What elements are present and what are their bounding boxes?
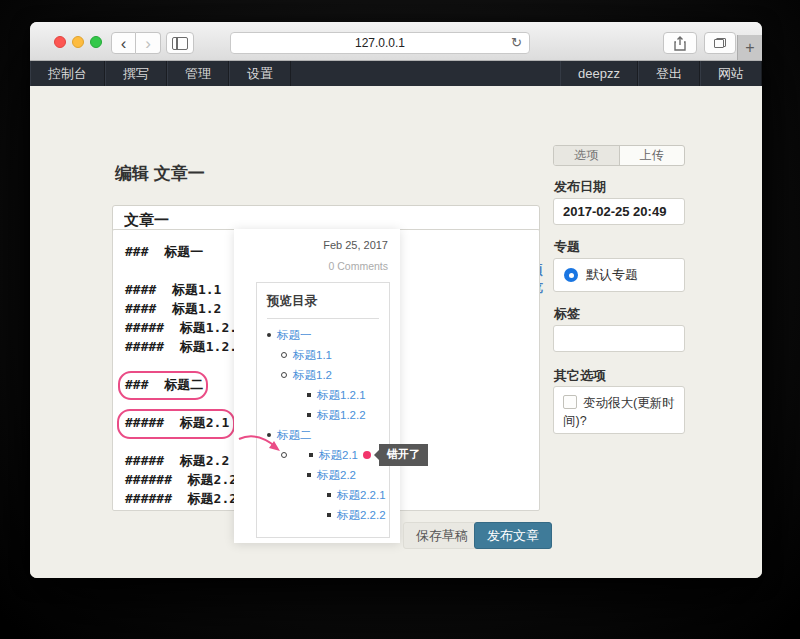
preview-comments-count: 0 Comments [246,260,388,272]
square-bullet-icon [307,413,311,417]
square-bullet-icon [307,393,311,397]
disc-bullet-icon [267,333,271,337]
preview-date: Feb 25, 2017 [246,239,388,251]
toc-item: 标题2.2.2 [267,505,389,525]
square-bullet-icon [327,493,331,497]
other-options-box: 变动很大(更新时间)? [553,386,685,434]
toc-link[interactable]: 标题2.2.1 [337,488,386,503]
publish-date-label: 发布日期 [554,178,606,196]
annotation-tooltip: 错开了 [379,444,428,466]
history-nav-group: ‹ › [111,32,161,54]
show-tabs-button[interactable] [704,32,736,54]
toc-link[interactable]: 标题1.2.2 [317,408,366,423]
tab-upload[interactable]: 上传 [620,146,685,165]
navbar-left-group: 控制台撰写管理设置 [30,61,291,86]
nav-item-left-1[interactable]: 撰写 [105,61,167,86]
toc-divider [267,318,379,319]
toc-link[interactable]: 标题2.2.2 [337,508,386,523]
save-draft-button[interactable]: 保存草稿 [403,522,481,549]
annotation-circle-heading2-1 [117,409,235,439]
address-bar-url: 127.0.0.1 [355,36,405,50]
circle-bullet-icon [281,372,287,378]
share-button[interactable] [663,32,697,54]
error-dot [363,451,371,459]
zoom-window-button[interactable] [90,36,102,48]
toc-list: 标题一标题1.1标题1.2标题1.2.1标题1.2.2标题二标题2.1错开了标题… [267,325,389,525]
sidebar-toggle-button[interactable] [166,32,194,54]
annotation-arrow [236,432,286,458]
toc-link[interactable]: 标题1.1 [293,348,332,363]
topic-option-label: 默认专题 [586,266,638,284]
toc-link[interactable]: 标题1.2.1 [317,388,366,403]
topic-radio-selected[interactable] [564,268,578,282]
publish-date-input[interactable] [553,198,685,225]
admin-page: 编辑 文章一 https://deepzz.com/post/article1.… [30,86,762,578]
tags-input[interactable] [553,325,685,352]
site-navbar: 控制台撰写管理设置 deepzz登出网站 [30,61,762,86]
toc-item: 标题一 [267,325,389,345]
browser-titlebar: ‹ › 127.0.0.1 ↻ + [30,22,762,61]
nav-item-left-3[interactable]: 设置 [229,61,291,86]
toc-title: 预览目录 [267,293,389,310]
toc-item: 标题1.1 [267,345,389,365]
nav-item-left-2[interactable]: 管理 [167,61,229,86]
circle-bullet-icon [281,352,287,358]
sidebar-tabs: 选项 上传 [553,145,685,166]
address-bar[interactable]: 127.0.0.1 ↻ [230,32,530,54]
toc-link[interactable]: 标题1.2 [293,368,332,383]
toc-item: 标题2.2 [267,465,389,485]
nav-item-right-0[interactable]: deepzz [560,61,638,86]
toc-link[interactable]: 标题一 [277,328,312,343]
refresh-icon[interactable]: ↻ [511,35,522,50]
toc-item: 标题1.2.2 [267,405,389,425]
tags-label: 标签 [554,305,580,323]
toc-item: 标题1.2.1 [267,385,389,405]
toc-item: 标题2.2.1 [267,485,389,505]
other-options-label: 其它选项 [554,367,606,385]
forward-button[interactable]: › [136,32,161,54]
topic-option-box: 默认专题 [553,258,685,292]
major-change-label: 变动很大(更新时间)? [563,396,675,428]
tabs-overview-icon [714,38,726,48]
close-window-button[interactable] [54,36,66,48]
topic-label: 专题 [554,238,580,256]
toc-link[interactable]: 标题2.2 [317,468,356,483]
navbar-right-group: deepzz登出网站 [560,61,762,86]
annotation-circle-heading2 [118,371,208,400]
browser-window: ‹ › 127.0.0.1 ↻ + 控制台撰写管理设置 deepzz登出网站 编… [30,22,762,578]
toc-item: 标题1.2 [267,365,389,385]
tab-options[interactable]: 选项 [554,146,620,165]
plus-icon: + [745,39,754,57]
square-bullet-icon [307,473,311,477]
minimize-window-button[interactable] [72,36,84,48]
preview-popup: Feb 25, 2017 0 Comments 预览目录 标题一标题1.1标题1… [234,229,400,543]
major-change-checkbox[interactable] [563,395,577,409]
publish-button[interactable]: 发布文章 [474,522,552,549]
square-bullet-icon [309,453,313,457]
nav-item-right-2[interactable]: 网站 [700,61,762,86]
toc-link[interactable]: 标题2.1 [319,448,358,463]
page-title: 编辑 文章一 [115,162,205,185]
nav-item-left-0[interactable]: 控制台 [30,61,105,86]
square-bullet-icon [327,513,331,517]
new-tab-button[interactable]: + [737,35,762,60]
share-icon [674,36,686,51]
preview-toc-box: 预览目录 标题一标题1.1标题1.2标题1.2.1标题1.2.2标题二标题2.1… [256,282,390,538]
window-controls [54,36,102,48]
back-button[interactable]: ‹ [111,32,136,54]
sidebar-icon [172,37,188,50]
nav-item-right-1[interactable]: 登出 [638,61,700,86]
